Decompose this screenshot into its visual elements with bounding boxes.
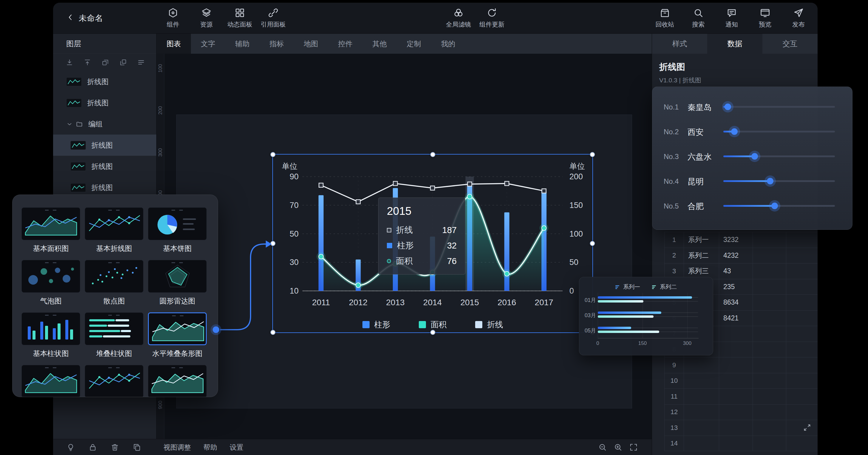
layer-group-row[interactable]: 编组 xyxy=(53,113,156,134)
value-cell[interactable] xyxy=(719,358,753,373)
selection-handle[interactable] xyxy=(590,152,595,157)
selection-handle[interactable] xyxy=(271,241,276,246)
layer-list-icon[interactable] xyxy=(137,59,145,66)
empty-cell[interactable] xyxy=(786,420,817,435)
empty-cell[interactable] xyxy=(753,248,786,264)
expand-table-icon[interactable] xyxy=(803,423,811,433)
value-cell[interactable] xyxy=(719,389,753,404)
selection-handle[interactable] xyxy=(271,330,276,335)
empty-cell[interactable] xyxy=(786,404,817,420)
category-tab[interactable]: 其他 xyxy=(363,34,397,54)
legend-item[interactable]: 折线 xyxy=(475,319,503,330)
empty-cell[interactable] xyxy=(753,342,786,358)
layer-item-row[interactable]: 折线图 xyxy=(53,71,156,92)
series-name-cell[interactable]: 系列三 xyxy=(684,264,719,279)
topbar-global-filter-button[interactable]: 全局滤镜 xyxy=(442,6,475,29)
chart-type-harea[interactable]: 水平堆叠条形图 xyxy=(148,312,207,357)
lock-icon[interactable] xyxy=(88,443,97,452)
trash-icon[interactable] xyxy=(111,443,119,452)
layer-item-row[interactable]: 折线图 xyxy=(53,134,156,156)
slider-handle[interactable] xyxy=(767,178,773,184)
empty-cell[interactable] xyxy=(753,295,786,310)
topbar-recycle-bin-button[interactable]: 回收站 xyxy=(648,6,682,29)
chart-type-line[interactable]: 基本折线图 xyxy=(85,207,144,252)
chart-type-pie[interactable]: 基本饼图 xyxy=(148,207,207,252)
slider-handle[interactable] xyxy=(724,103,731,110)
chart-type-partial[interactable] xyxy=(22,365,80,397)
series-name-cell[interactable] xyxy=(684,436,719,451)
row-number-cell[interactable]: 14 xyxy=(664,436,684,451)
empty-cell[interactable] xyxy=(786,264,817,279)
bottombar-menu-item[interactable]: 帮助 xyxy=(204,443,217,452)
zoom-in-icon[interactable] xyxy=(614,443,622,452)
ranking-slider[interactable] xyxy=(723,205,835,207)
series-name-cell[interactable] xyxy=(684,420,719,435)
value-cell[interactable] xyxy=(719,436,753,451)
ranking-slider[interactable] xyxy=(723,131,835,132)
inspector-tab[interactable]: 数据 xyxy=(707,34,763,54)
empty-cell[interactable] xyxy=(753,436,786,451)
empty-cell[interactable] xyxy=(753,326,786,342)
empty-cell[interactable] xyxy=(786,436,817,451)
chart-type-bar[interactable]: 基本柱状图 xyxy=(22,312,80,357)
row-number-cell[interactable]: 1 xyxy=(664,232,684,248)
category-tab[interactable]: 指标 xyxy=(259,34,294,54)
inspector-tab[interactable]: 样式 xyxy=(652,34,707,54)
layer-item-row[interactable]: 折线图 xyxy=(53,92,156,113)
chart-type-area[interactable]: 基本面积图 xyxy=(22,207,80,252)
chart-type-partial[interactable] xyxy=(85,365,144,397)
series-name-cell[interactable]: 系列二 xyxy=(684,248,719,264)
topbar-notification-button[interactable]: 通知 xyxy=(715,6,748,29)
row-number-cell[interactable]: 2 xyxy=(664,248,684,264)
category-tab[interactable]: 地图 xyxy=(294,34,328,54)
ranking-slider[interactable] xyxy=(723,106,835,108)
category-tab[interactable]: 控件 xyxy=(328,34,363,54)
value-cell[interactable]: 235 xyxy=(719,279,753,295)
category-tab[interactable]: 辅助 xyxy=(225,34,259,54)
legend-item[interactable]: 柱形 xyxy=(363,319,391,330)
slider-handle[interactable] xyxy=(771,203,778,209)
layer-item-row[interactable]: 折线图 xyxy=(53,156,156,177)
move-up-icon[interactable] xyxy=(84,59,91,66)
selection-handle[interactable] xyxy=(430,152,435,157)
row-number-cell[interactable]: 3 xyxy=(664,264,684,279)
empty-cell[interactable] xyxy=(753,232,786,248)
topbar-publish-button[interactable]: 发布 xyxy=(782,6,815,29)
value-cell[interactable]: 8421 xyxy=(719,311,753,326)
series-name-cell[interactable] xyxy=(684,373,719,389)
topbar-component-update-button[interactable]: 组件更新 xyxy=(475,6,508,29)
empty-cell[interactable] xyxy=(786,373,817,389)
category-tab[interactable]: 图表 xyxy=(157,34,191,54)
chart-type-hstack[interactable]: 堆叠柱状图 xyxy=(85,312,144,357)
fit-view-icon[interactable] xyxy=(629,443,638,452)
send-backward-icon[interactable] xyxy=(119,59,127,66)
lightbulb-icon[interactable] xyxy=(66,443,75,452)
empty-cell[interactable] xyxy=(786,342,817,358)
series-name-cell[interactable] xyxy=(684,358,719,373)
topbar-reference-panel-button[interactable]: 引用面板 xyxy=(256,6,290,29)
zoom-out-icon[interactable] xyxy=(598,443,607,452)
row-number-cell[interactable]: 12 xyxy=(664,404,684,420)
row-number-cell[interactable]: 10 xyxy=(664,373,684,389)
chart-type-radar[interactable]: 圆形雷达图 xyxy=(148,260,207,305)
slider-handle[interactable] xyxy=(751,153,758,160)
series-name-cell[interactable] xyxy=(684,404,719,420)
canvas-area[interactable]: 100200300400500600700800900 单位单位90705030… xyxy=(157,54,652,439)
chart-type-bubble[interactable]: 气泡图 xyxy=(22,260,80,305)
legend-item[interactable]: 面积 xyxy=(419,319,447,330)
ranking-slider[interactable] xyxy=(723,155,835,157)
category-tab[interactable]: 我的 xyxy=(431,34,465,54)
category-tab[interactable]: 文字 xyxy=(191,34,225,54)
back-button[interactable]: 未命名 xyxy=(66,3,103,34)
connector-dot[interactable] xyxy=(213,326,219,333)
empty-cell[interactable] xyxy=(786,279,817,295)
empty-cell[interactable] xyxy=(753,420,786,435)
empty-cell[interactable] xyxy=(753,311,786,326)
selection-handle[interactable] xyxy=(590,241,595,246)
empty-cell[interactable] xyxy=(786,389,817,404)
selected-chart-component[interactable]: 单位单位907050301020015010050020112012201320… xyxy=(272,154,593,333)
empty-cell[interactable] xyxy=(753,404,786,420)
value-cell[interactable] xyxy=(719,373,753,389)
value-cell[interactable]: 8634 xyxy=(719,295,753,310)
bottombar-menu-item[interactable]: 设置 xyxy=(230,443,243,452)
